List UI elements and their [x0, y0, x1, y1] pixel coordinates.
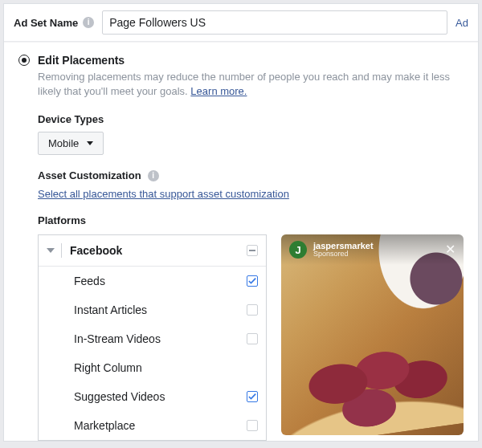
info-icon[interactable]: i [83, 17, 94, 28]
close-icon[interactable]: ✕ [445, 243, 455, 256]
placement-checkbox[interactable] [247, 333, 258, 344]
placement-row[interactable]: Feeds [39, 267, 266, 295]
radio-selected-icon[interactable] [18, 55, 30, 66]
placement-label: Feeds [74, 275, 247, 287]
placement-label: Suggested Videos [74, 390, 247, 403]
asset-customization-text: Asset Customization [38, 169, 141, 181]
placement-label: Marketplace [74, 419, 247, 432]
preview-sponsored-label: Sponsored [313, 250, 374, 259]
chevron-down-icon [87, 141, 93, 145]
ad-set-name-input[interactable] [102, 10, 447, 35]
divider [61, 243, 62, 258]
learn-more-link[interactable]: Learn more. [190, 85, 247, 97]
chevron-down-icon [47, 248, 55, 253]
edit-placements-title: Edit Placements [38, 54, 125, 67]
placement-checkbox[interactable] [247, 391, 258, 402]
placement-label: In-Stream Videos [74, 332, 247, 345]
placement-checkbox[interactable] [247, 275, 258, 287]
preview-header: J jaspersmarket Sponsored ✕ [281, 234, 464, 265]
ad-set-name-label-text: Ad Set Name [14, 17, 78, 29]
placement-checkbox[interactable] [247, 420, 258, 431]
placement-label: Instant Articles [74, 303, 247, 316]
ad-set-name-row: Ad Set Name i Ad [4, 4, 478, 42]
device-types-label: Device Types [38, 113, 464, 125]
device-types-dropdown[interactable]: Mobile [38, 132, 104, 155]
asset-customization-label: Asset Customization i [38, 169, 464, 181]
placement-row[interactable]: Marketplace [39, 411, 266, 440]
placement-label: Right Column [74, 361, 258, 374]
placement-row[interactable]: Right Column [39, 353, 266, 382]
platform-header-facebook[interactable]: Facebook [39, 235, 266, 267]
placement-row[interactable]: Suggested Videos [39, 382, 266, 411]
right-edge-link[interactable]: Ad [447, 17, 468, 29]
asset-customization-link[interactable]: Select all placements that support asset… [38, 188, 464, 200]
placement-row[interactable]: Instant Articles [39, 295, 266, 324]
device-types-value: Mobile [48, 137, 79, 149]
platforms-label: Platforms [38, 214, 464, 226]
ad-preview-card: J jaspersmarket Sponsored ✕ [281, 234, 464, 435]
ad-set-name-label: Ad Set Name i [14, 17, 94, 29]
platform-group-box: Facebook FeedsInstant ArticlesIn-Stream … [38, 234, 267, 441]
indeterminate-checkbox-icon[interactable] [247, 245, 258, 256]
edit-placements-description: Removing placements may reduce the numbe… [38, 70, 464, 99]
placement-checkbox[interactable] [247, 304, 258, 316]
edit-placements-heading: Edit Placements [18, 54, 464, 67]
brand-avatar-icon: J [289, 241, 307, 259]
info-icon[interactable]: i [148, 170, 159, 181]
placement-row[interactable]: In-Stream Videos [39, 324, 266, 353]
platform-title: Facebook [70, 244, 247, 257]
